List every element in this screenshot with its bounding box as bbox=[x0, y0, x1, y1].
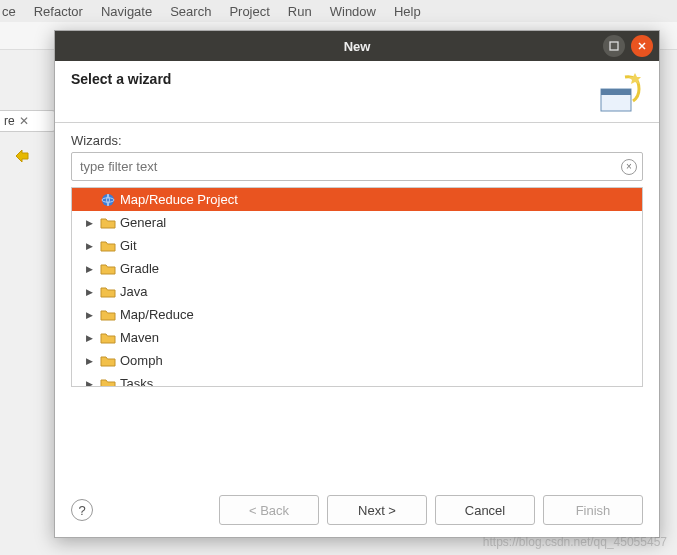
tree-item-gradle[interactable]: ▶ Gradle bbox=[72, 257, 642, 280]
tree-item-label: Map/Reduce Project bbox=[120, 192, 238, 207]
wizard-icon bbox=[599, 71, 643, 115]
svg-rect-4 bbox=[601, 89, 631, 95]
new-wizard-dialog: New Select a wizard Wizards: × bbox=[54, 30, 660, 538]
filter-input[interactable] bbox=[71, 152, 643, 181]
folder-icon bbox=[100, 216, 116, 230]
close-icon[interactable]: ✕ bbox=[19, 114, 29, 128]
tree-item-label: Tasks bbox=[120, 376, 153, 387]
menu-item[interactable]: Run bbox=[286, 2, 314, 21]
svg-rect-0 bbox=[610, 42, 618, 50]
tree-item-git[interactable]: ▶ Git bbox=[72, 234, 642, 257]
clear-filter-icon[interactable]: × bbox=[621, 159, 637, 175]
wizard-tree[interactable]: Map/Reduce Project ▶ General ▶ Git ▶ Gra… bbox=[71, 187, 643, 387]
wizards-label: Wizards: bbox=[71, 133, 643, 148]
menu-item[interactable]: Project bbox=[227, 2, 271, 21]
back-button: < Back bbox=[219, 495, 319, 525]
tree-item-java[interactable]: ▶ Java bbox=[72, 280, 642, 303]
maximize-button[interactable] bbox=[603, 35, 625, 57]
dialog-button-row: ? < Back Next > Cancel Finish bbox=[55, 483, 659, 537]
menu-item[interactable]: Search bbox=[168, 2, 213, 21]
menu-item[interactable]: Refactor bbox=[32, 2, 85, 21]
dialog-banner: Select a wizard bbox=[55, 61, 659, 123]
tree-item-label: Java bbox=[120, 284, 147, 299]
dialog-titlebar: New bbox=[55, 31, 659, 61]
menu-item[interactable]: Help bbox=[392, 2, 423, 21]
folder-icon bbox=[100, 331, 116, 345]
view-tab-label: re bbox=[4, 114, 15, 128]
tree-item-label: Maven bbox=[120, 330, 159, 345]
view-tab[interactable]: re ✕ bbox=[0, 110, 56, 132]
tree-item-mapreduce[interactable]: ▶ Map/Reduce bbox=[72, 303, 642, 326]
tree-item-label: Map/Reduce bbox=[120, 307, 194, 322]
close-button[interactable] bbox=[631, 35, 653, 57]
tree-item-label: General bbox=[120, 215, 166, 230]
tree-item-tasks[interactable]: ▶ Tasks bbox=[72, 372, 642, 387]
next-button[interactable]: Next > bbox=[327, 495, 427, 525]
dialog-title: New bbox=[344, 39, 371, 54]
tree-item-label: Gradle bbox=[120, 261, 159, 276]
menu-item[interactable]: ce bbox=[0, 2, 18, 21]
tree-item-oomph[interactable]: ▶ Oomph bbox=[72, 349, 642, 372]
tree-item-label: Oomph bbox=[120, 353, 163, 368]
dialog-body: Wizards: × Map/Reduce Project ▶ General … bbox=[55, 123, 659, 483]
tree-item-mapreduce-project[interactable]: Map/Reduce Project bbox=[72, 188, 642, 211]
menu-item[interactable]: Navigate bbox=[99, 2, 154, 21]
banner-title: Select a wizard bbox=[71, 71, 171, 87]
folder-icon bbox=[100, 285, 116, 299]
finish-button: Finish bbox=[543, 495, 643, 525]
project-icon bbox=[100, 192, 116, 208]
link-with-editor-icon[interactable] bbox=[14, 148, 30, 164]
folder-icon bbox=[100, 354, 116, 368]
tree-item-label: Git bbox=[120, 238, 137, 253]
ide-menubar: ce Refactor Navigate Search Project Run … bbox=[0, 0, 677, 22]
tree-item-general[interactable]: ▶ General bbox=[72, 211, 642, 234]
folder-icon bbox=[100, 239, 116, 253]
help-button[interactable]: ? bbox=[71, 499, 93, 521]
menu-item[interactable]: Window bbox=[328, 2, 378, 21]
cancel-button[interactable]: Cancel bbox=[435, 495, 535, 525]
folder-icon bbox=[100, 308, 116, 322]
folder-icon bbox=[100, 262, 116, 276]
folder-icon bbox=[100, 377, 116, 388]
svg-point-6 bbox=[102, 194, 114, 206]
tree-item-maven[interactable]: ▶ Maven bbox=[72, 326, 642, 349]
